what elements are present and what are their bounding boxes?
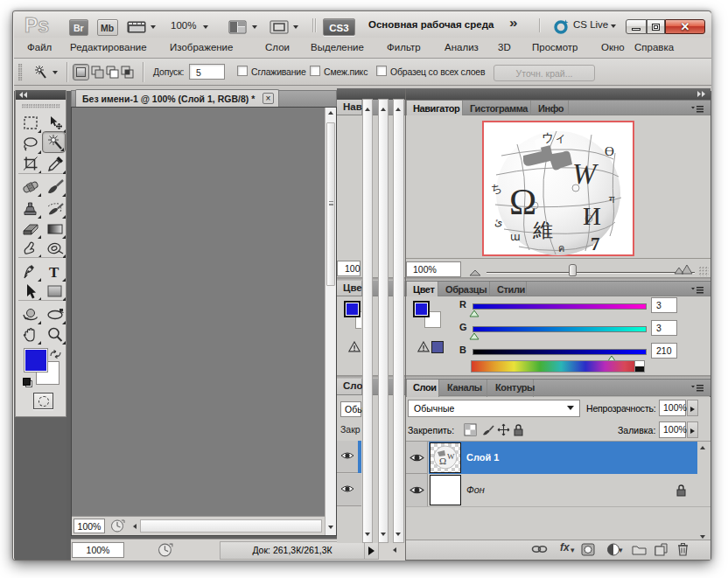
svg-text:ち: ち [491,182,502,195]
svg-text:T: T [49,264,60,281]
svg-text:ئ: ئ [494,216,502,228]
svg-text:ա: ա [510,231,521,243]
svg-text:И: И [583,202,601,230]
svg-text:Ω: Ω [439,456,446,466]
svg-text:ค: ค [558,243,564,254]
svg-text:ग: ग [608,193,615,205]
svg-text:W: W [572,158,598,190]
svg-text:Ө: Ө [605,144,614,158]
svg-text:維: 維 [532,219,553,241]
svg-text:ウィ: ウィ [542,131,567,144]
svg-text:W: W [447,452,455,461]
svg-text:Ω: Ω [509,182,536,222]
svg-text:7: 7 [591,233,600,254]
